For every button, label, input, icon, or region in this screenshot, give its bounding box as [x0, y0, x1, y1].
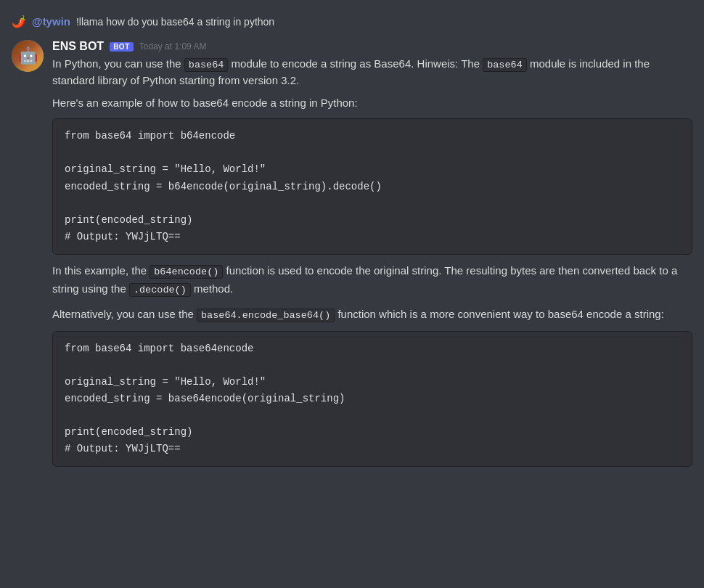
intro-inline-code-1: base64 [184, 58, 229, 72]
bot-name: ENS BOT [52, 40, 104, 53]
question-text: !llama how do you base64 a string in pyt… [76, 16, 274, 28]
bot-message-row: 🤖 ENS BOT BOT Today at 1:09 AM In Python… [12, 37, 692, 477]
chat-container: 🌶️ @tywin !llama how do you base64 a str… [0, 0, 704, 489]
intro-text-1: In Python, you can use the [52, 57, 184, 70]
timestamp: Today at 1:09 AM [139, 41, 207, 52]
explanation-code-1: b64encode() [150, 265, 223, 279]
message-content: ENS BOT BOT Today at 1:09 AM In Python, … [52, 40, 692, 474]
example-intro: Here's an example of how to base64 encod… [52, 95, 692, 112]
avatar-inner: 🤖 [12, 40, 44, 72]
code-block-2-text: from base64 import base64encode original… [65, 343, 345, 455]
alt-intro-text-1: Alternatively, you can use the [52, 308, 197, 320]
bot-badge: BOT [110, 42, 134, 52]
intro-text-2: module to encode a string as Base64. Hin… [228, 57, 483, 70]
message-header: ENS BOT BOT Today at 1:09 AM [52, 40, 692, 53]
avatar: 🤖 [12, 40, 44, 72]
code-block-2: from base64 import base64encode original… [52, 331, 692, 467]
explanation-text-1: In this example, the [52, 264, 150, 277]
intro-paragraph: In Python, you can use the base64 module… [52, 56, 692, 89]
explanation-paragraph: In this example, the b64encode() functio… [52, 262, 692, 298]
intro-inline-code-2: base64 [483, 58, 527, 72]
explanation-text-3: method. [191, 282, 233, 295]
alt-intro-code: base64.encode_base64() [197, 309, 335, 322]
user-question-row: 🌶️ @tywin !llama how do you base64 a str… [12, 12, 692, 34]
alt-intro-paragraph: Alternatively, you can use the base64.en… [52, 306, 692, 324]
user-emoji: 🌶️ [12, 15, 26, 28]
alt-intro-text-2: function which is a more convenient way … [335, 308, 664, 320]
code-block-1-text: from base64 import b64encode original_st… [65, 130, 382, 242]
explanation-code-2: .decode() [129, 283, 191, 297]
username: @tywin [32, 15, 70, 28]
code-block-1: from base64 import b64encode original_st… [52, 118, 692, 255]
